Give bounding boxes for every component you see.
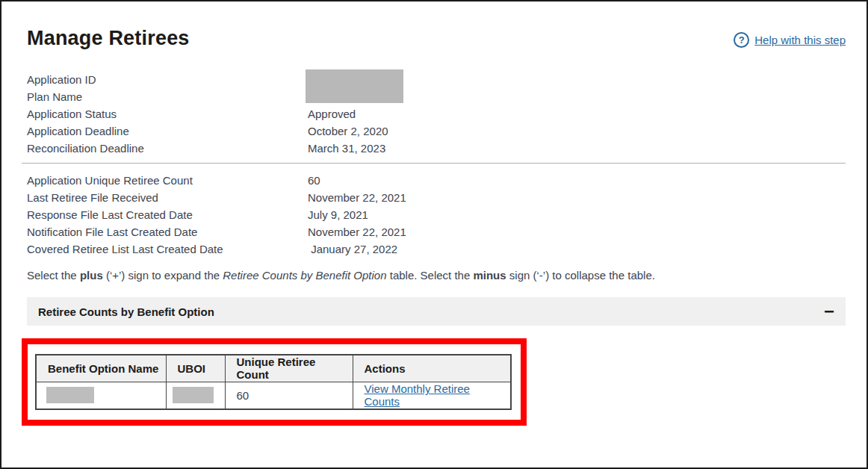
retiree-counts-table: Benefit Option Name UBOI Unique Retiree …	[35, 354, 512, 410]
field-label: Application Status	[27, 108, 308, 120]
field-value: October 2, 2020	[308, 125, 388, 137]
column-header-benefit-option-name: Benefit Option Name	[36, 355, 166, 382]
column-header-uboi: UBOI	[166, 355, 225, 382]
field-label: Application Deadline	[27, 125, 308, 137]
accordion-header-retiree-counts[interactable]: Retiree Counts by Benefit Option −	[27, 297, 846, 326]
field-row-plan-name: Plan Name	[27, 88, 846, 105]
redacted-value-block	[173, 387, 214, 403]
field-label: Notification File Last Created Date	[27, 226, 308, 238]
redacted-value-block	[46, 387, 94, 403]
page-title: Manage Retirees	[27, 27, 190, 50]
field-value: March 31, 2023	[308, 142, 385, 155]
field-row-last-retiree-file: Last Retiree File Received November 22, …	[27, 189, 846, 206]
help-link[interactable]: ? Help with this step	[734, 32, 846, 48]
column-header-actions: Actions	[353, 355, 511, 382]
field-row-application-status: Application Status Approved	[27, 105, 846, 122]
cell-unique-retiree-count: 60	[225, 382, 353, 409]
field-row-response-file-date: Response File Last Created Date July 9, …	[27, 206, 846, 223]
field-label: Plan Name	[27, 90, 308, 103]
section-divider	[22, 163, 846, 164]
cell-actions: View Monthly Retiree Counts	[353, 382, 511, 409]
field-value: November 22, 2021	[308, 226, 406, 238]
highlight-box: Benefit Option Name UBOI Unique Retiree …	[22, 338, 527, 426]
field-value: 60	[308, 174, 320, 187]
field-value: November 22, 2021	[308, 191, 406, 204]
field-value: Approved	[308, 108, 356, 120]
retiree-file-summary-fields: Application Unique Retiree Count 60 Last…	[27, 172, 846, 258]
help-link-label: Help with this step	[754, 34, 846, 46]
question-circle-icon: ?	[734, 32, 749, 48]
expand-collapse-instruction: Select the plus (‘+’) sign to expand the…	[27, 269, 846, 286]
field-value: January 27, 2022	[308, 243, 397, 255]
column-header-unique-retiree-count: Unique Retiree Count	[225, 355, 353, 382]
field-value: July 9, 2021	[308, 208, 368, 221]
field-label: Reconciliation Deadline	[27, 142, 308, 155]
table-row: 60 View Monthly Retiree Counts	[36, 382, 511, 409]
field-label: Application ID	[27, 73, 308, 86]
field-label: Response File Last Created Date	[27, 208, 308, 221]
table-header-row: Benefit Option Name UBOI Unique Retiree …	[36, 355, 511, 382]
field-label: Covered Retiree List Last Created Date	[27, 243, 308, 255]
field-label: Last Retiree File Received	[27, 191, 308, 204]
field-row-unique-retiree-count: Application Unique Retiree Count 60	[27, 172, 846, 189]
minus-icon[interactable]: −	[824, 302, 834, 320]
field-row-reconciliation-deadline: Reconciliation Deadline March 31, 2023	[27, 140, 846, 157]
cell-uboi	[166, 382, 225, 409]
field-row-notification-file-date: Notification File Last Created Date Nove…	[27, 223, 846, 240]
field-row-application-deadline: Application Deadline October 2, 2020	[27, 122, 846, 140]
field-row-application-id: Application ID	[27, 71, 846, 88]
field-label: Application Unique Retiree Count	[27, 174, 308, 187]
cell-benefit-option-name	[36, 382, 166, 409]
view-monthly-retiree-counts-link[interactable]: View Monthly Retiree Counts	[365, 382, 470, 408]
page-header: Manage Retirees ? Help with this step	[27, 27, 846, 50]
manage-retirees-page: Manage Retirees ? Help with this step Ap…	[0, 0, 868, 469]
application-summary-fields: Application ID Plan Name Application Sta…	[27, 71, 846, 157]
redacted-value-block	[306, 69, 403, 103]
accordion-title: Retiree Counts by Benefit Option	[38, 305, 214, 318]
field-row-covered-retiree-list-date: Covered Retiree List Last Created Date J…	[27, 240, 846, 258]
